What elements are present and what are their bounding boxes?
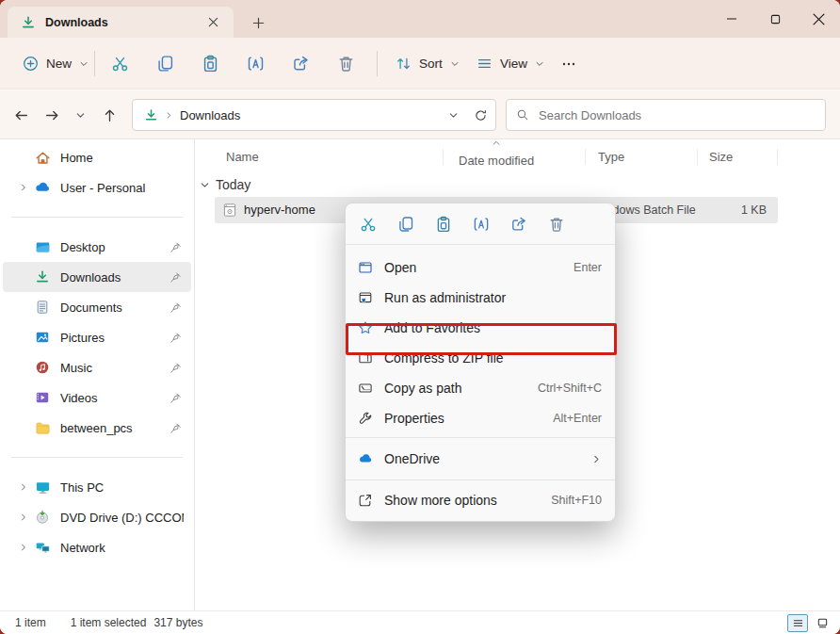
share-icon[interactable]	[504, 209, 534, 239]
chevron-down-icon[interactable]	[200, 180, 210, 190]
column-divider[interactable]	[777, 149, 778, 165]
tab-downloads[interactable]: Downloads	[8, 7, 234, 38]
pin-icon	[167, 392, 184, 404]
back-button[interactable]	[6, 100, 36, 130]
copy-button[interactable]	[146, 46, 184, 82]
sidebar-item-label: between_pcs	[60, 421, 167, 435]
menu-item-properties[interactable]: Properties Alt+Enter	[346, 403, 615, 433]
sidebar-item-dvd-drive[interactable]: DVD Drive (D:) CCCOMA_X6	[3, 502, 191, 532]
cut-icon[interactable]	[353, 209, 383, 239]
search-box[interactable]	[506, 99, 826, 131]
sidebar-item-onedrive-personal[interactable]: User - Personal	[3, 172, 191, 203]
file-size: 1 KB	[701, 203, 767, 217]
column-divider[interactable]	[697, 149, 698, 165]
delete-button[interactable]	[327, 46, 364, 82]
paste-button[interactable]	[191, 46, 229, 82]
column-header-name[interactable]: Name	[226, 145, 259, 168]
forward-button[interactable]	[37, 100, 67, 130]
sort-icon	[396, 56, 412, 72]
this-pc-icon	[33, 480, 52, 496]
column-header-size[interactable]: Size	[709, 145, 733, 168]
view-button[interactable]: View	[467, 50, 554, 77]
sidebar-item-label: Pictures	[60, 331, 167, 345]
menu-item-show-more-options[interactable]: Show more options Shift+F10	[346, 484, 615, 516]
pin-icon	[167, 271, 184, 284]
copy-icon[interactable]	[391, 209, 421, 239]
new-button[interactable]: New	[13, 50, 98, 77]
menu-item-compress-to-zip[interactable]: Compress to ZIP file	[346, 343, 615, 373]
sidebar-item-label: Desktop	[60, 240, 167, 254]
chevron-right-icon[interactable]	[14, 482, 33, 492]
sidebar-item-this-pc[interactable]: This PC	[3, 472, 191, 502]
sidebar-item-pictures[interactable]: Pictures	[3, 322, 191, 352]
more-options-button[interactable]	[550, 46, 588, 82]
sidebar-item-label: Videos	[60, 391, 167, 405]
large-icons-view-toggle[interactable]	[812, 614, 832, 632]
maximize-button[interactable]	[753, 0, 797, 38]
minimize-button[interactable]	[710, 0, 753, 38]
toolbar-divider	[94, 51, 95, 76]
address-dropdown-icon[interactable]	[448, 110, 459, 121]
menu-item-shortcut: Alt+Enter	[553, 412, 602, 425]
chevron-right-icon[interactable]	[14, 543, 33, 552]
sort-button[interactable]: Sort	[386, 50, 469, 77]
refresh-icon[interactable]	[474, 108, 488, 122]
cut-button[interactable]	[101, 46, 138, 82]
videos-icon	[33, 390, 52, 405]
sidebar-item-home[interactable]: Home	[3, 142, 191, 172]
column-header-type[interactable]: Type	[598, 145, 624, 168]
rename-button[interactable]	[236, 46, 274, 82]
sidebar-item-documents[interactable]: Documents	[3, 292, 191, 322]
open-window-icon	[358, 260, 373, 275]
column-header-date-modified[interactable]: Date modified	[459, 149, 534, 171]
sidebar-item-between-pcs[interactable]: between_pcs	[3, 413, 191, 443]
menu-item-copy-as-path[interactable]: Copy as path Ctrl+Shift+C	[346, 373, 615, 403]
new-tab-button[interactable]	[245, 10, 271, 35]
details-view-toggle[interactable]	[787, 614, 808, 632]
sidebar-item-label: Home	[60, 151, 184, 165]
context-menu: Open Enter Run as administrator Add to F…	[345, 203, 616, 522]
chevron-down-icon	[450, 59, 460, 69]
sidebar-item-label: DVD Drive (D:) CCCOMA_X6	[60, 511, 184, 525]
menu-item-run-as-administrator[interactable]: Run as administrator	[346, 283, 615, 313]
menu-item-label: Properties	[384, 411, 444, 426]
batch-file-icon	[222, 203, 237, 218]
sidebar-item-downloads[interactable]: Downloads	[3, 262, 191, 292]
close-button[interactable]	[797, 0, 840, 38]
menu-item-label: Open	[384, 260, 416, 275]
navigation-bar: Downloads	[0, 90, 840, 139]
rename-icon[interactable]	[466, 209, 496, 239]
column-divider[interactable]	[443, 149, 444, 165]
tab-title: Downloads	[45, 16, 108, 29]
group-today[interactable]: Today	[200, 173, 250, 196]
selection-count: 1 item selected	[71, 616, 147, 629]
menu-item-label: Add to Favorites	[384, 320, 480, 335]
home-icon	[33, 150, 52, 166]
menu-item-onedrive[interactable]: OneDrive	[346, 442, 615, 476]
chevron-right-icon[interactable]	[14, 183, 33, 192]
sidebar-item-music[interactable]: Music	[3, 352, 191, 382]
sidebar-item-videos[interactable]: Videos	[3, 382, 191, 413]
address-bar[interactable]: Downloads	[132, 99, 496, 131]
music-icon	[33, 360, 52, 375]
up-button[interactable]	[94, 100, 124, 130]
chevron-right-icon[interactable]	[14, 512, 33, 522]
tab-close-icon[interactable]	[202, 11, 224, 34]
plus-circle-icon	[23, 56, 39, 72]
view-icon	[477, 56, 493, 72]
delete-icon[interactable]	[541, 209, 572, 239]
paste-icon[interactable]	[428, 209, 459, 239]
column-divider[interactable]	[585, 149, 586, 165]
recent-locations-button[interactable]	[68, 100, 92, 130]
breadcrumb[interactable]: Downloads	[180, 108, 240, 122]
sidebar-item-desktop[interactable]: Desktop	[3, 232, 191, 262]
sidebar-item-label: Music	[60, 361, 167, 375]
sidebar-item-label: Documents	[60, 301, 167, 315]
sidebar-item-network[interactable]: Network	[3, 532, 191, 562]
menu-item-add-to-favorites[interactable]: Add to Favorites	[346, 313, 615, 343]
new-button-label: New	[46, 57, 72, 71]
share-button[interactable]	[282, 46, 319, 82]
group-label: Today	[216, 177, 250, 192]
search-input[interactable]	[539, 108, 816, 122]
menu-item-open[interactable]: Open Enter	[346, 252, 615, 283]
